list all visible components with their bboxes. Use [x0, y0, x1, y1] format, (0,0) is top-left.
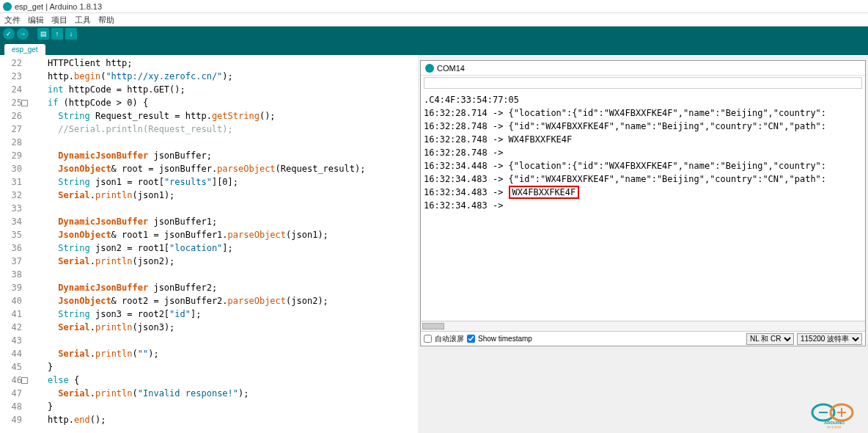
- serial-line: 16:32:28.748 ->: [424, 146, 862, 159]
- tab-esp-get[interactable]: esp_get: [4, 44, 45, 55]
- serial-line: 16:32:28.714 -> {"location":{"id":"WX4FB…: [424, 106, 862, 120]
- code-line[interactable]: JsonObject& root1 = jsonBuffer1.parseObj…: [26, 228, 418, 241]
- baud-rate-select[interactable]: 115200 波特率: [797, 333, 862, 345]
- open-button[interactable]: ↑: [51, 28, 63, 40]
- line-number: 33: [0, 202, 22, 215]
- toolbar: ✓ → ▤ ↑ ↓: [0, 26, 868, 41]
- serial-send-input[interactable]: [424, 77, 862, 89]
- arduino-serial-icon: [425, 64, 434, 73]
- code-line[interactable]: HTTPClient http;: [26, 57, 418, 70]
- code-line[interactable]: Serial.println("");: [26, 347, 418, 360]
- menu-bar: 文件 编辑 项目 工具 帮助: [0, 13, 868, 26]
- code-line[interactable]: String json2 = root1["location"];: [26, 241, 418, 255]
- line-ending-select[interactable]: NL 和 CR: [746, 333, 794, 345]
- code-line[interactable]: DynamicJsonBuffer jsonBuffer2;: [26, 281, 418, 294]
- line-number: 37: [0, 255, 22, 268]
- code-line[interactable]: Serial.println(json3);: [26, 321, 418, 334]
- serial-line: 16:32:34.483 ->: [424, 199, 862, 212]
- serial-monitor-window: COM14 .C4:4F:33:54:77:0516:32:28.714 -> …: [420, 60, 866, 346]
- serial-output[interactable]: .C4:4F:33:54:77:0516:32:28.714 -> {"loca…: [421, 92, 865, 321]
- serial-line: .C4:4F:33:54:77:05: [424, 93, 862, 106]
- show-timestamp-checkbox[interactable]: [467, 335, 475, 343]
- highlighted-value: WX4FBXXFKE4F: [509, 186, 580, 199]
- show-timestamp-label: Show timestamp: [478, 335, 532, 343]
- serial-line: 16:32:34.483 -> {"id":"WX4FBXXFKE4F","na…: [424, 172, 862, 186]
- code-line[interactable]: http.end();: [26, 413, 418, 426]
- code-line[interactable]: [26, 268, 418, 281]
- arduino-app-icon: [3, 2, 12, 11]
- verify-button[interactable]: ✓: [3, 28, 15, 40]
- code-line[interactable]: [26, 334, 418, 347]
- serial-titlebar: COM14: [421, 61, 865, 76]
- line-number: 43: [0, 334, 22, 347]
- code-line[interactable]: Serial.println(json1);: [26, 189, 418, 202]
- code-line[interactable]: Serial.println("Invalid response!");: [26, 387, 418, 400]
- save-button[interactable]: ↓: [65, 28, 77, 40]
- line-number: 44: [0, 347, 22, 360]
- arduino-logo-watermark: ARDUINO 中文社区: [805, 399, 864, 429]
- code-editor[interactable]: 2223242526272829303132333435363738394041…: [0, 55, 418, 433]
- line-number: 49: [0, 413, 22, 426]
- line-number: 48: [0, 400, 22, 413]
- line-number: 31: [0, 175, 22, 189]
- line-number: 22: [0, 57, 22, 70]
- line-number: 41: [0, 308, 22, 321]
- line-number: 39: [0, 281, 22, 294]
- code-line[interactable]: Serial.println(json2);: [26, 255, 418, 268]
- serial-input-row: [421, 76, 865, 92]
- line-number: 40: [0, 294, 22, 308]
- menu-tools[interactable]: 工具: [75, 15, 91, 26]
- line-number: 29: [0, 149, 22, 162]
- line-number: 45: [0, 360, 22, 374]
- line-number: 26: [0, 109, 22, 123]
- menu-sketch[interactable]: 项目: [51, 15, 67, 26]
- code-line[interactable]: else {: [26, 374, 418, 387]
- serial-line: 16:32:28.748 -> WX4FBXXFKE4F: [424, 133, 862, 146]
- code-line[interactable]: JsonObject& root = jsonBuffer.parseObjec…: [26, 162, 418, 175]
- serial-line: 16:32:28.748 -> {"id":"WX4FBXXFKE4F","na…: [424, 120, 862, 133]
- code-line[interactable]: int httpCode = http.GET();: [26, 83, 418, 96]
- svg-text:中文社区: 中文社区: [827, 425, 842, 429]
- code-line[interactable]: [26, 136, 418, 149]
- line-number: 28: [0, 136, 22, 149]
- line-number: 42: [0, 321, 22, 334]
- line-number: 34: [0, 215, 22, 228]
- code-line[interactable]: String json3 = root2["id"];: [26, 308, 418, 321]
- line-number: 46: [0, 374, 22, 387]
- line-number: 30: [0, 162, 22, 175]
- line-number: 27: [0, 123, 22, 136]
- window-title: esp_get | Arduino 1.8.13: [15, 2, 102, 11]
- code-content[interactable]: HTTPClient http; http.begin("http://xy.z…: [26, 55, 418, 433]
- menu-help[interactable]: 帮助: [98, 15, 114, 26]
- line-number: 24: [0, 83, 22, 96]
- new-button[interactable]: ▤: [37, 28, 49, 40]
- code-line[interactable]: JsonObject& root2 = jsonBuffer2.parseObj…: [26, 294, 418, 308]
- line-gutter: 2223242526272829303132333435363738394041…: [0, 55, 26, 433]
- code-line[interactable]: String Request_result = http.getString()…: [26, 109, 418, 123]
- serial-title-text: COM14: [437, 64, 465, 73]
- menu-edit[interactable]: 编辑: [28, 15, 44, 26]
- code-line[interactable]: }: [26, 360, 418, 374]
- code-line[interactable]: if (httpCode > 0) {: [26, 96, 418, 109]
- upload-button[interactable]: →: [17, 28, 29, 40]
- code-line[interactable]: [26, 202, 418, 215]
- line-number: 35: [0, 228, 22, 241]
- code-line[interactable]: //Serial.println(Request_result);: [26, 123, 418, 136]
- code-line[interactable]: DynamicJsonBuffer jsonBuffer1;: [26, 215, 418, 228]
- serial-line: 16:32:34.483 -> WX4FBXXFKE4F: [424, 186, 862, 199]
- code-line[interactable]: String json1 = root["results"][0];: [26, 175, 418, 189]
- window-titlebar: esp_get | Arduino 1.8.13: [0, 0, 868, 13]
- line-number: 32: [0, 189, 22, 202]
- code-line[interactable]: }: [26, 400, 418, 413]
- menu-file[interactable]: 文件: [4, 15, 21, 26]
- line-number: 36: [0, 241, 22, 255]
- line-number: 25: [0, 96, 22, 109]
- tab-row: esp_get: [0, 41, 868, 55]
- code-line[interactable]: DynamicJsonBuffer jsonBuffer;: [26, 149, 418, 162]
- code-line[interactable]: http.begin("http://xy.zerofc.cn/");: [26, 70, 418, 83]
- serial-line: 16:32:34.448 -> {"location":{"id":"WX4FB…: [424, 159, 862, 172]
- scrollbar-thumb[interactable]: [422, 323, 444, 330]
- line-number: 23: [0, 70, 22, 83]
- serial-hscrollbar[interactable]: [421, 321, 865, 331]
- autoscroll-checkbox[interactable]: [424, 335, 432, 343]
